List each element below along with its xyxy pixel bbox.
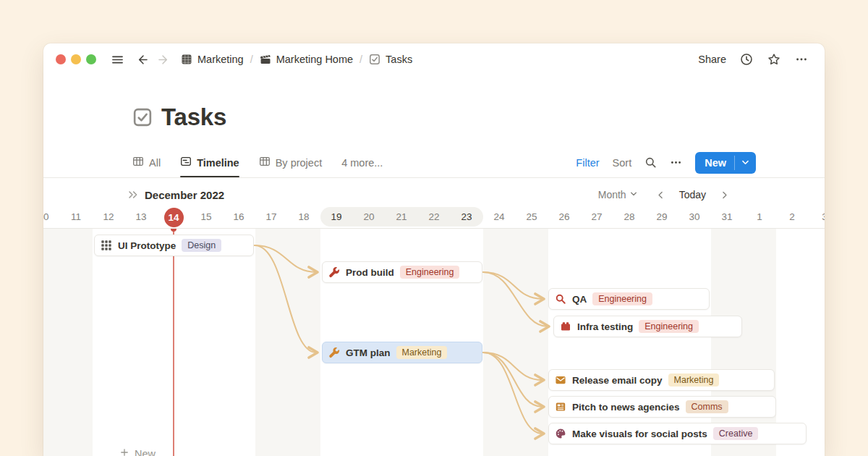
task-card-prod-build[interactable]: Prod buildEngineering bbox=[322, 261, 482, 283]
share-button[interactable]: Share bbox=[698, 54, 726, 65]
checkbox-icon bbox=[132, 107, 153, 127]
chevron-right-icon[interactable] bbox=[715, 186, 733, 203]
tab-by-project[interactable]: By project bbox=[259, 148, 322, 177]
date-cell: 13 bbox=[125, 206, 158, 229]
task-card-make-visuals-for-social-posts[interactable]: Make visuals for social postsCreative bbox=[548, 423, 807, 444]
sort-button[interactable]: Sort bbox=[613, 157, 632, 169]
star-icon[interactable] bbox=[765, 51, 783, 68]
tab-timeline[interactable]: Timeline bbox=[180, 148, 239, 177]
tab-all[interactable]: All bbox=[132, 148, 161, 177]
date-cell: 31 bbox=[711, 206, 744, 229]
task-card-pitch-to-news-agencies[interactable]: Pitch to news agenciesComms bbox=[548, 396, 776, 418]
view-toolbar: AllTimelineBy project4 more... Filter So… bbox=[43, 148, 825, 178]
page-background: Marketing/Marketing Home/Tasks Share Tas… bbox=[0, 0, 868, 456]
task-card-qa[interactable]: QAEngineering bbox=[548, 288, 710, 310]
task-tag: Engineering bbox=[400, 266, 460, 279]
breadcrumb-separator: / bbox=[359, 54, 362, 65]
newspaper-icon bbox=[555, 401, 566, 413]
tab-label: Timeline bbox=[197, 157, 239, 169]
view-tabs: AllTimelineBy project4 more... bbox=[132, 148, 383, 177]
clock-icon[interactable] bbox=[738, 51, 755, 68]
breadcrumb-item-tasks[interactable]: Tasks bbox=[369, 54, 412, 65]
date-cell: 12 bbox=[93, 206, 125, 229]
chevron-left-icon[interactable] bbox=[652, 186, 670, 203]
today-button[interactable]: Today bbox=[679, 189, 706, 200]
breadcrumb-item-marketing-home[interactable]: Marketing Home bbox=[260, 54, 353, 65]
task-tag: Engineering bbox=[592, 292, 652, 305]
date-cell: 1 bbox=[744, 206, 776, 229]
breadcrumb-label: Marketing bbox=[197, 54, 244, 65]
date-cell: 15 bbox=[190, 206, 223, 229]
new-button[interactable]: New bbox=[695, 152, 756, 174]
date-cell: 24 bbox=[483, 206, 516, 229]
menu-icon[interactable] bbox=[109, 51, 126, 68]
task-tag: Marketing bbox=[668, 373, 720, 387]
date-cell: 21 bbox=[386, 206, 418, 229]
magnifier-icon bbox=[555, 293, 566, 305]
new-button-label: New bbox=[695, 152, 734, 174]
view-actions: Filter Sort New bbox=[576, 152, 756, 174]
search-icon[interactable] bbox=[644, 156, 657, 169]
page-header: Tasks bbox=[132, 103, 825, 132]
date-cell: 29 bbox=[646, 206, 678, 229]
date-cell: 16 bbox=[223, 206, 255, 229]
date-cell: 20 bbox=[353, 206, 386, 229]
table-icon bbox=[259, 156, 271, 169]
timeline-date-row: 1011121314151617181920212223242526272829… bbox=[43, 206, 825, 229]
date-cell: 26 bbox=[548, 206, 581, 229]
zoom-window-button[interactable] bbox=[86, 54, 96, 64]
task-card-ui-prototype[interactable]: UI PrototypeDesign bbox=[94, 235, 254, 256]
date-cell: 19 bbox=[320, 206, 353, 229]
timeline-scale-label: Month bbox=[598, 189, 626, 200]
checkbox-icon bbox=[369, 54, 380, 65]
double-chevron-icon[interactable] bbox=[127, 189, 139, 200]
back-arrow-icon[interactable] bbox=[133, 51, 150, 68]
task-tag: Creative bbox=[713, 427, 759, 440]
app-window: Marketing/Marketing Home/Tasks Share Tas… bbox=[43, 43, 825, 456]
clapperboard-icon bbox=[260, 54, 271, 65]
more-icon[interactable] bbox=[793, 51, 810, 68]
more-options-icon[interactable] bbox=[670, 156, 682, 169]
palette-icon bbox=[555, 428, 566, 439]
timeline-icon bbox=[180, 156, 192, 169]
task-title: Make visuals for social posts bbox=[572, 428, 707, 439]
date-cell: 27 bbox=[581, 206, 613, 229]
chevron-down-icon bbox=[629, 189, 638, 200]
tab-4-more[interactable]: 4 more... bbox=[341, 148, 383, 177]
window-topbar: Marketing/Marketing Home/Tasks Share bbox=[43, 43, 825, 75]
task-tag: Comms bbox=[686, 400, 728, 413]
timeline-body: UI PrototypeDesignProd buildEngineeringQ… bbox=[43, 229, 825, 456]
page-title: Tasks bbox=[161, 104, 226, 131]
brick-icon bbox=[560, 321, 571, 332]
timeline-scale-select[interactable]: Month bbox=[598, 189, 638, 200]
task-tag: Design bbox=[182, 239, 221, 252]
task-card-gtm-plan[interactable]: GTM planMarketing bbox=[322, 342, 482, 363]
forward-arrow-icon[interactable] bbox=[155, 51, 172, 68]
wrench-icon bbox=[328, 266, 340, 278]
task-card-infra-testing[interactable]: Infra testingEngineering bbox=[553, 316, 742, 337]
date-cell: 28 bbox=[613, 206, 646, 229]
minimize-window-button[interactable] bbox=[71, 54, 81, 64]
date-cell: 23 bbox=[451, 206, 483, 229]
task-tag: Engineering bbox=[639, 320, 699, 333]
date-cell: 11 bbox=[60, 206, 93, 229]
task-title: Prod build bbox=[346, 267, 394, 278]
breadcrumb-separator: / bbox=[250, 54, 253, 65]
date-cell: 25 bbox=[516, 206, 548, 229]
task-tag: Marketing bbox=[396, 346, 448, 359]
filter-button[interactable]: Filter bbox=[576, 157, 599, 169]
breadcrumb-item-marketing[interactable]: Marketing bbox=[181, 54, 244, 65]
chevron-down-icon[interactable] bbox=[735, 152, 756, 174]
grid-icon bbox=[101, 240, 112, 251]
mail-icon bbox=[555, 374, 566, 386]
close-window-button[interactable] bbox=[56, 54, 66, 64]
timeline-period-label: December 2022 bbox=[145, 189, 224, 201]
tab-label: By project bbox=[276, 157, 322, 169]
timeline-header: December 2022 Month Today bbox=[43, 184, 825, 206]
task-title: QA bbox=[572, 294, 587, 305]
task-card-release-email-copy[interactable]: Release email copyMarketing bbox=[548, 369, 775, 391]
date-cell: 10 bbox=[43, 206, 60, 229]
table-icon bbox=[132, 156, 144, 169]
tab-label: All bbox=[149, 157, 161, 169]
task-title: Infra testing bbox=[577, 321, 633, 332]
